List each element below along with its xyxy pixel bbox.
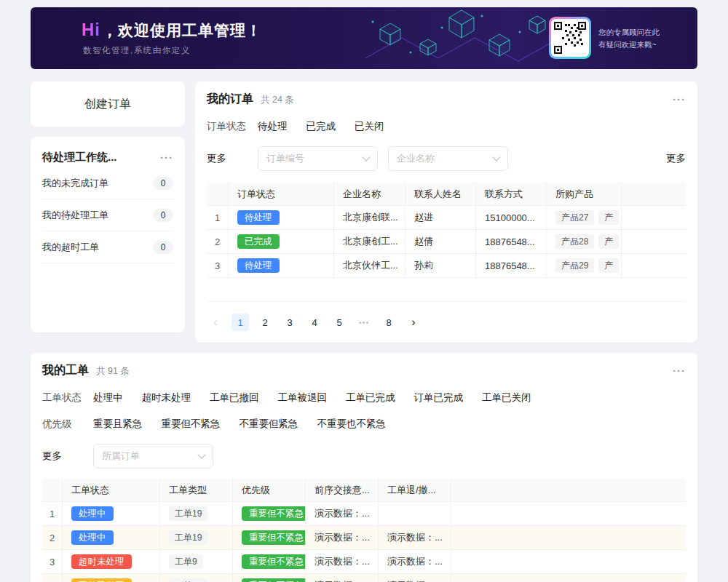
extra-cell bbox=[622, 254, 686, 278]
order-status-option-closed[interactable]: 已关闭 bbox=[355, 120, 384, 133]
header-ticket-type: 工单类型 bbox=[160, 479, 233, 502]
more-menu-icon[interactable]: ··· bbox=[673, 93, 686, 105]
row-index: 1 bbox=[207, 206, 229, 230]
ticket-type-tag: 工单16 bbox=[169, 578, 207, 582]
priority-option-not-important-urgent[interactable]: 不重要但紧急 bbox=[240, 418, 298, 431]
priority-option-not-important-not-urgent[interactable]: 不重要也不紧急 bbox=[317, 418, 387, 431]
ticket-status-option-order-done[interactable]: 订单已完成 bbox=[414, 391, 464, 404]
header-withdraw: 工单退/撤... bbox=[379, 479, 451, 502]
header-order-status: 订单状态 bbox=[229, 183, 334, 206]
tickets-panel-title: 我的工单 bbox=[42, 363, 89, 378]
pending-stats-card: 待处理工作统... ··· 我的未完成订单 0 我的待处理工单 0 我的超时工单… bbox=[31, 137, 185, 332]
products-cell: 产品27产 bbox=[547, 206, 622, 230]
pagination-ellipsis-icon[interactable]: ••• bbox=[355, 314, 373, 331]
consultant-note-line1: 您的专属顾问在此 bbox=[598, 26, 664, 39]
ticket-status-option-done[interactable]: 工单已完成 bbox=[346, 391, 395, 404]
ticket-status-option-closed[interactable]: 工单已关闭 bbox=[482, 391, 531, 404]
stat-item-pending-tickets[interactable]: 我的待处理工单 0 bbox=[42, 199, 173, 231]
withdraw-cell bbox=[379, 502, 451, 526]
orders-more-filter-row: 更多 订单编号 企业名称 更多 bbox=[207, 146, 686, 171]
stat-label: 我的未完成订单 bbox=[42, 177, 108, 190]
orders-table-row[interactable]: 1 待处理 北京康创联... 赵进 15100000... 产品27产 bbox=[207, 206, 686, 230]
consultant-qr-code bbox=[549, 17, 591, 59]
priority-option-important-urgent[interactable]: 重要且紧急 bbox=[93, 418, 143, 431]
ticket-status-option-processing[interactable]: 处理中 bbox=[93, 391, 123, 404]
type-cell: 工单19 bbox=[160, 526, 233, 550]
banner-text-block: Hi，欢迎使用工单管理！ 数智化管理,系统由你定义 bbox=[31, 21, 262, 56]
order-status-option-done[interactable]: 已完成 bbox=[306, 120, 336, 133]
pagination-page-3[interactable]: 3 bbox=[281, 314, 298, 331]
priority-option-important-not-urgent[interactable]: 重要但不紧急 bbox=[162, 418, 221, 431]
priority-cell: 重要但不紧急 bbox=[233, 574, 306, 582]
header-handover: 前序交接意... bbox=[306, 479, 379, 502]
qr-finder-icon bbox=[554, 22, 562, 30]
type-cell: 工单9 bbox=[160, 550, 233, 574]
ticket-status-option-withdrawn[interactable]: 工单已撤回 bbox=[210, 391, 259, 404]
pagination-page-4[interactable]: 4 bbox=[306, 314, 323, 331]
stats-card-title: 待处理工作统... bbox=[42, 151, 117, 164]
phone-cell: 15100000... bbox=[476, 206, 547, 230]
order-number-select[interactable]: 订单编号 bbox=[258, 146, 378, 171]
orders-table: 订单状态 企业名称 联系人姓名 联系方式 所购产品 1 待处理 北京康创联...… bbox=[207, 183, 686, 302]
right-column: 我的订单 共 24 条 ··· 订单状态 待处理 已完成 已关闭 更多 订单编号 bbox=[195, 81, 697, 343]
handover-cell: 演示数据：... bbox=[306, 550, 379, 574]
more-menu-icon[interactable]: ··· bbox=[673, 364, 686, 377]
more-menu-icon[interactable]: ··· bbox=[160, 151, 173, 164]
pagination-page-5[interactable]: 5 bbox=[331, 314, 348, 331]
phone-cell: 18876548... bbox=[476, 254, 547, 278]
tickets-table-row[interactable]: 2 处理中 工单19 重要但不紧急 演示数据：... 演示数据：... bbox=[42, 526, 686, 550]
ticket-status-option-overdue[interactable]: 超时未处理 bbox=[142, 391, 191, 404]
contact-cell: 孙莉 bbox=[405, 254, 476, 278]
parent-order-select[interactable]: 所属订单 bbox=[93, 444, 213, 469]
tickets-table-row[interactable]: 4 工单已撤回 工单16 重要但不紧急 演示数据：... 演示数据：... bbox=[42, 574, 686, 582]
product-tag: 产 bbox=[598, 258, 619, 273]
orders-more-link[interactable]: 更多 bbox=[666, 152, 686, 165]
qr-finder-icon bbox=[578, 22, 586, 30]
tickets-table-row[interactable]: 3 超时未处理 工单9 重要但不紧急 演示数据：... 演示数据：... bbox=[42, 550, 686, 574]
qr-finder-icon bbox=[554, 46, 562, 54]
qr-modules bbox=[565, 24, 567, 26]
handover-cell: 演示数据：... bbox=[306, 526, 379, 550]
orders-table-row[interactable]: 3 待处理 北京伙伴工... 孙莉 18876548... 产品29产 bbox=[207, 254, 686, 278]
my-orders-panel: 我的订单 共 24 条 ··· 订单状态 待处理 已完成 已关闭 更多 订单编号 bbox=[195, 81, 697, 343]
ticket-status-filter-row: 工单状态 处理中 超时未处理 工单已撤回 工单被退回 工单已完成 订单已完成 工… bbox=[42, 391, 686, 404]
pagination-page-1[interactable]: 1 bbox=[232, 314, 249, 331]
stat-item-unfinished-orders[interactable]: 我的未完成订单 0 bbox=[42, 167, 173, 199]
company-name-select[interactable]: 企业名称 bbox=[388, 146, 508, 171]
contact-cell: 赵倩 bbox=[405, 230, 476, 254]
create-order-button[interactable]: 创建订单 bbox=[31, 81, 185, 127]
ticket-type-tag: 工单19 bbox=[169, 530, 207, 545]
ticket-status-filter-label: 工单状态 bbox=[42, 391, 93, 404]
orders-table-row[interactable]: 2 已完成 北京康创工... 赵倩 18876548... 产品28产 bbox=[207, 230, 686, 254]
banner-greeting-rest: ，欢迎使用工单管理！ bbox=[102, 22, 262, 39]
extra-cell bbox=[451, 550, 686, 574]
banner-title: Hi，欢迎使用工单管理！ bbox=[82, 21, 262, 39]
row-index: 4 bbox=[42, 574, 63, 582]
header-contact: 联系人姓名 bbox=[405, 183, 476, 206]
company-cell: 北京康创工... bbox=[334, 230, 405, 254]
priority-badge: 重要但不紧急 bbox=[242, 554, 306, 570]
row-index: 1 bbox=[42, 502, 63, 526]
orders-more-filters-label[interactable]: 更多 bbox=[207, 152, 258, 165]
header-ticket-status: 工单状态 bbox=[63, 479, 160, 502]
stat-count-badge: 0 bbox=[153, 209, 173, 222]
header-company: 企业名称 bbox=[334, 183, 405, 206]
pagination-next-icon[interactable]: › bbox=[405, 314, 422, 331]
handover-cell: 演示数据：... bbox=[306, 502, 379, 526]
stat-label: 我的超时工单 bbox=[42, 241, 99, 254]
stat-item-overdue-tickets[interactable]: 我的超时工单 0 bbox=[42, 231, 173, 263]
status-badge: 已完成 bbox=[237, 234, 280, 250]
order-status-option-pending[interactable]: 待处理 bbox=[258, 120, 288, 133]
row-index: 2 bbox=[207, 230, 229, 254]
product-tag: 产品28 bbox=[555, 234, 594, 249]
ticket-status-option-returned[interactable]: 工单被退回 bbox=[278, 391, 328, 404]
pagination-page-8[interactable]: 8 bbox=[380, 314, 397, 331]
tickets-more-filters-label[interactable]: 更多 bbox=[42, 450, 93, 463]
products-cell: 产品28产 bbox=[547, 230, 622, 254]
pagination-page-2[interactable]: 2 bbox=[256, 314, 274, 331]
create-order-label: 创建订单 bbox=[84, 97, 131, 112]
priority-cell: 重要但不紧急 bbox=[233, 526, 306, 550]
tickets-table-row[interactable]: 1 处理中 工单19 重要但不紧急 演示数据：... bbox=[42, 502, 686, 526]
header-extra bbox=[451, 479, 686, 502]
pagination-prev-icon[interactable]: ‹ bbox=[207, 314, 224, 331]
